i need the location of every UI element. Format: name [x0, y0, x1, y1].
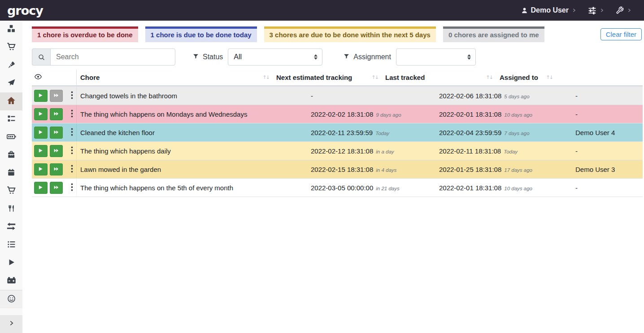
sidebar-item-battery-tracking[interactable] — [0, 272, 22, 290]
sidebar-item-shopping-list[interactable] — [0, 39, 22, 57]
chevron-right-icon — [9, 320, 14, 329]
next-tracking-timestamp: 2022-02-15 18:31:08 — [311, 166, 373, 173]
sidebar-item-consume[interactable] — [0, 200, 22, 218]
user-menu[interactable]: Demo User — [521, 6, 576, 14]
next-tracking-timestamp: 2022-02-02 18:31:08 — [311, 110, 373, 118]
sidebar-expand-button[interactable] — [0, 315, 22, 333]
sort-icon: ↑↓ — [544, 74, 553, 80]
utensils-icon — [8, 205, 15, 214]
column-header-assigned-to[interactable]: Assigned to↑↓ — [496, 70, 556, 85]
sidebar-item-chore-tracking[interactable] — [0, 254, 22, 272]
chore-name: The thing which happens daily — [80, 147, 171, 155]
calendar-icon — [7, 168, 15, 178]
assigned-to-value: - — [575, 147, 578, 155]
sidebar-item-meal-plan[interactable] — [0, 74, 22, 92]
skip-chore-button[interactable] — [50, 108, 63, 120]
row-menu-button[interactable] — [68, 182, 75, 194]
last-tracked-timestamp: 2022-02-11 18:31:08 — [439, 147, 501, 155]
next-tracking-timestamp: 2022-03-05 00:00:00 — [311, 184, 373, 192]
sidebar-item-tasks[interactable] — [0, 110, 22, 128]
row-menu-button[interactable] — [68, 163, 75, 175]
sidebar-item-about[interactable] — [0, 290, 22, 308]
status-select[interactable]: All — [228, 48, 322, 66]
track-chore-button[interactable] — [34, 163, 48, 175]
sort-icon: ↑↓ — [260, 74, 269, 80]
fast-forward-icon — [53, 148, 59, 154]
fast-forward-icon — [53, 166, 59, 173]
track-chore-button[interactable] — [34, 145, 48, 157]
last-tracked-relative: 10 days ago — [504, 112, 532, 118]
play-icon — [8, 259, 15, 268]
table-row: The thing which happens daily 2022-02-12… — [32, 141, 643, 160]
admin-menu[interactable] — [616, 6, 631, 14]
ellipsis-vertical-icon — [71, 165, 73, 174]
play-icon — [38, 184, 43, 191]
track-chore-button[interactable] — [34, 182, 48, 194]
paper-plane-icon — [7, 79, 16, 89]
fast-forward-icon — [53, 129, 59, 136]
sidebar-item-transfer[interactable] — [0, 218, 22, 236]
user-menu-label: Demo User — [531, 6, 569, 14]
ellipsis-vertical-icon — [71, 91, 73, 101]
row-menu-button[interactable] — [68, 108, 75, 120]
chore-name: Lawn mowed in the garden — [80, 166, 161, 173]
sidebar-item-recipes[interactable] — [0, 57, 22, 74]
search-group — [32, 48, 175, 66]
settings-menu[interactable] — [588, 6, 604, 15]
skip-chore-button[interactable] — [50, 90, 63, 102]
sidebar-item-inventory[interactable] — [0, 236, 22, 254]
skip-chore-button[interactable] — [50, 182, 63, 194]
sort-icon: ↑↓ — [483, 74, 492, 80]
last-tracked-relative: Today — [504, 149, 518, 154]
sidebar-item-batteries-overview[interactable] — [0, 128, 22, 146]
ellipsis-vertical-icon — [71, 110, 73, 119]
last-tracked-relative: 17 days ago — [504, 167, 532, 173]
last-tracked-timestamp: 2022-02-01 18:31:08 — [439, 184, 501, 192]
table-row: The thing which happens on Mondays and W… — [32, 105, 643, 123]
row-menu-button[interactable] — [68, 127, 75, 139]
top-navbar: grocy Demo User — [0, 0, 644, 21]
sidebar-item-equipment[interactable] — [0, 146, 22, 164]
chevron-icon — [600, 7, 604, 13]
skip-chore-button[interactable] — [50, 127, 63, 139]
chevron-icon — [627, 7, 631, 13]
search-input[interactable] — [50, 48, 175, 66]
last-tracked-timestamp: 2022-02-06 18:31:08 — [439, 92, 501, 100]
column-header-last-tracked[interactable]: Last tracked↑↓ — [382, 70, 496, 85]
sidebar-item-chores-overview[interactable] — [0, 92, 22, 110]
eye-icon — [35, 73, 42, 82]
track-chore-button[interactable] — [34, 90, 48, 102]
tasks-icon — [7, 114, 16, 125]
sort-icon: ↑↓ — [369, 74, 378, 80]
banner-overdue[interactable]: 1 chore is overdue to be done — [32, 26, 138, 42]
column-header-chore[interactable]: Chore↑↓ — [77, 70, 273, 85]
row-menu-button[interactable] — [68, 145, 75, 157]
track-chore-button[interactable] — [34, 108, 48, 120]
row-menu-button[interactable] — [68, 90, 75, 102]
sidebar-item-stock-overview[interactable] — [0, 21, 22, 39]
skip-chore-button[interactable] — [50, 145, 63, 157]
wrench-icon — [616, 6, 624, 14]
app-logo[interactable]: grocy — [7, 4, 43, 18]
next-tracking-relative: in 21 days — [376, 186, 399, 191]
banner-due-soon[interactable]: 3 chores are due to be done within the n… — [264, 26, 436, 42]
column-visibility-toggle[interactable] — [32, 70, 77, 85]
banner-due-today[interactable]: 1 chore is due to be done today — [145, 26, 257, 42]
next-tracking-relative: 9 days ago — [376, 112, 401, 118]
column-header-next-tracking[interactable]: Next estimated tracking↑↓ — [273, 70, 382, 85]
select-caret-icon — [314, 54, 318, 60]
battery-icon — [7, 132, 16, 143]
skip-chore-button[interactable] — [50, 163, 63, 175]
sidebar-spacer — [0, 308, 22, 315]
track-chore-button[interactable] — [34, 127, 48, 139]
clear-filter-button[interactable]: Clear filter — [600, 28, 642, 40]
ellipsis-vertical-icon — [71, 146, 73, 156]
assignment-select[interactable] — [396, 48, 476, 66]
sidebar-item-calendar[interactable] — [0, 164, 22, 182]
last-tracked-timestamp: 2022-02-01 18:31:08 — [439, 110, 501, 118]
assigned-to-value: Demo User 4 — [575, 129, 615, 136]
chore-name: Changed towels in the bathroom — [80, 92, 177, 100]
sidebar-item-purchase[interactable] — [0, 182, 22, 200]
banner-assigned-to-me[interactable]: 0 chores are assigned to me — [443, 26, 544, 42]
next-tracking-relative: Today — [375, 131, 389, 136]
